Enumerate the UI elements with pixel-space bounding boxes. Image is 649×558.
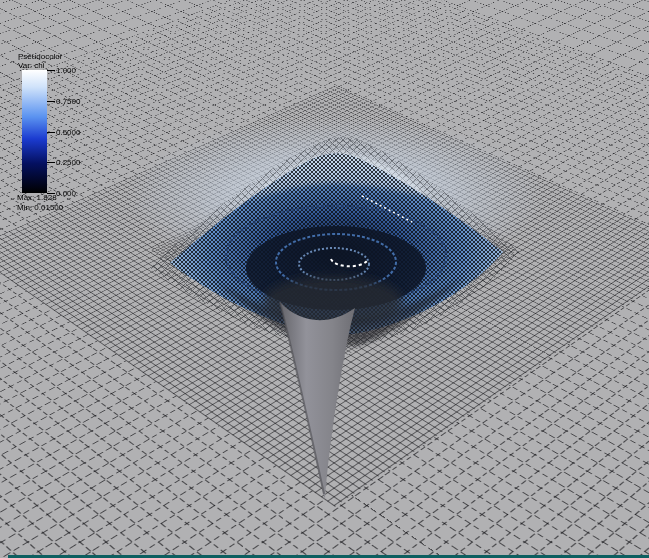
colorbar-tick-0.5000: 0.5000 [47, 128, 80, 137]
colorbar-tick-0.2500: 0.2500 [47, 158, 80, 167]
tick-dash [47, 101, 55, 102]
tick-dash [47, 132, 55, 133]
tick-label: 0.2500 [56, 158, 80, 167]
tick-label: 0.7500 [56, 97, 80, 106]
tick-label: 0.000 [56, 189, 76, 198]
funnel-spike [280, 302, 355, 499]
legend-title: Pseudocolor [18, 52, 62, 61]
render-viewport[interactable]: Pseudocolor Var: chi 1.000 0.7500 0.5000… [0, 0, 649, 558]
colorbar-tick-1.000: 1.000 [47, 66, 76, 75]
colorbar-legend: Pseudocolor Var: chi 1.000 0.7500 0.5000… [0, 0, 120, 220]
tick-label: 0.5000 [56, 128, 80, 137]
colorbar-tick-0.7500: 0.7500 [47, 97, 80, 106]
tick-label: 1.000 [56, 66, 76, 75]
colorbar [22, 70, 47, 193]
legend-max: Max: 1.828 [17, 193, 57, 202]
legend-min: Min: 0.01500 [17, 203, 63, 212]
tick-dash [47, 162, 55, 163]
tick-dash [47, 70, 55, 71]
legend-variable: Var: chi [18, 61, 45, 70]
